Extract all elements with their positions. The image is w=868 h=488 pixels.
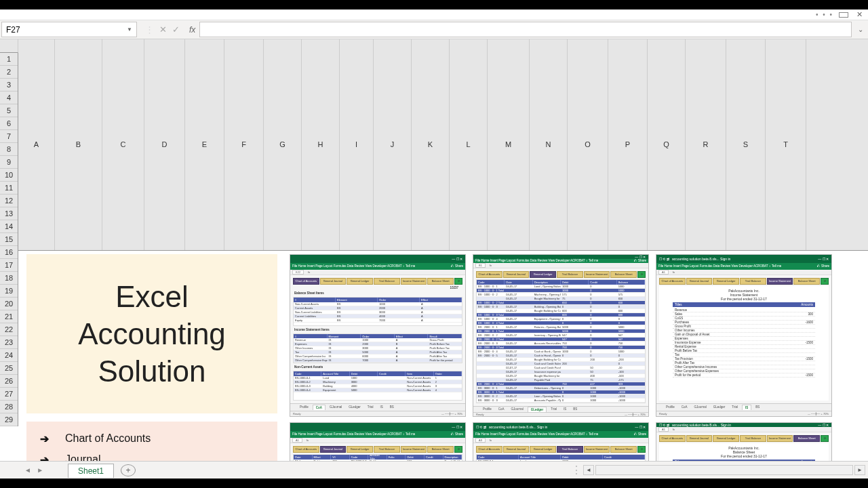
row-header[interactable]: 6: [0, 117, 18, 130]
row-header[interactable]: 21: [0, 310, 18, 323]
thumbnail-grid: — ☐ ✕File Home Insert Page Layout Formul…: [290, 254, 854, 462]
row-header[interactable]: 19: [0, 285, 18, 298]
row-header[interactable]: 3: [0, 79, 18, 92]
row-header[interactable]: 7: [0, 130, 18, 143]
chevron-down-icon[interactable]: ▼: [127, 26, 132, 33]
row-header[interactable]: 2: [0, 66, 18, 79]
col-header[interactable]: P: [608, 39, 648, 250]
col-header[interactable]: D: [144, 39, 185, 250]
row-header[interactable]: 10: [0, 169, 18, 182]
row-header[interactable]: 18: [0, 272, 18, 285]
col-header[interactable]: F: [224, 39, 264, 250]
thumbnail-income-statement: ☐ ⟲ ⇄ accounting solution beta 8.xls... …: [656, 254, 832, 417]
col-header[interactable]: O: [568, 39, 608, 250]
feature-label: Chart of Accounts: [65, 432, 151, 445]
thumbnail-ledger: — ☐ ✕File Home Insert Page Layout Formul…: [473, 254, 649, 417]
col-header[interactable]: B: [55, 39, 102, 250]
row-header[interactable]: 5: [0, 104, 18, 117]
more-icon[interactable]: • • •: [816, 11, 833, 18]
col-header[interactable]: L: [450, 39, 488, 250]
sheet-nav[interactable]: ◄ ►: [0, 466, 68, 474]
feature-item: ➔Journal: [40, 449, 264, 462]
thumbnail-trial-balance: ☐ ⟲ ⇄ accounting solution beta 8.xls... …: [473, 422, 649, 462]
thumbnail-balance-sheet: ☐ ⟲ ⇄ accounting solution beta B.xls... …: [656, 422, 832, 462]
cancel-icon[interactable]: ✕: [159, 24, 167, 35]
col-header[interactable]: K: [412, 39, 450, 250]
row-header[interactable]: 25: [0, 362, 18, 375]
close-icon[interactable]: ✕: [854, 10, 865, 19]
row-header[interactable]: 1: [0, 53, 18, 66]
col-header[interactable]: T: [766, 39, 806, 250]
row-header[interactable]: 23: [0, 336, 18, 349]
enter-icon[interactable]: ✓: [172, 24, 180, 35]
feature-list: ➔Chart of Accounts➔Journal➔Ledger➔Trial …: [26, 422, 277, 462]
worksheet-cells[interactable]: Excel Accounting Solution ➔Chart of Acco…: [18, 251, 868, 462]
feature-item: ➔Chart of Accounts: [40, 428, 264, 449]
col-header[interactable]: I: [340, 39, 374, 250]
formula-input[interactable]: [199, 22, 852, 37]
row-header[interactable]: 12: [0, 195, 18, 207]
row-header[interactable]: 28: [0, 401, 18, 413]
row-header[interactable]: 15: [0, 233, 18, 246]
expand-formula-icon[interactable]: ⌄: [853, 20, 868, 39]
column-headers[interactable]: ABCDEFGHIJKLMNOPQRST: [18, 39, 868, 251]
row-header[interactable]: 24: [0, 349, 18, 362]
row-header[interactable]: 11: [0, 182, 18, 195]
formula-bar: F27 ▼ ⋮ ✕ ✓ fx ⌄: [0, 20, 868, 39]
col-header[interactable]: J: [374, 39, 412, 250]
row-header[interactable]: 17: [0, 259, 18, 272]
horizontal-scrollbar[interactable]: ⋮ ◄ ►: [136, 464, 868, 476]
thumbnail-coa: — ☐ ✕File Home Insert Page Layout Formul…: [290, 254, 466, 417]
fx-label[interactable]: fx: [186, 20, 198, 39]
row-header[interactable]: 26: [0, 375, 18, 388]
scroll-track[interactable]: [595, 465, 853, 475]
name-box[interactable]: F27 ▼: [1, 22, 137, 37]
page-title: Excel Accounting Solution: [78, 278, 226, 390]
col-header[interactable]: E: [185, 39, 224, 250]
excel-window: • • • ✕ F27 ▼ ⋮ ✕ ✓ fx ⌄ 123456789101112…: [0, 9, 868, 479]
col-header[interactable]: C: [102, 39, 144, 250]
formula-buttons: ⋮ ✕ ✓: [138, 20, 186, 39]
select-all-corner[interactable]: [0, 39, 18, 53]
col-header[interactable]: S: [726, 39, 766, 250]
scroll-left-button[interactable]: ◄: [583, 465, 594, 475]
row-headers[interactable]: 1234567891011121314151617181920212223242…: [0, 53, 18, 426]
sheet-tab-bar: ◄ ► Sheet1 + ⋮ ◄ ►: [0, 461, 868, 479]
row-header[interactable]: 4: [0, 92, 18, 104]
row-header[interactable]: 27: [0, 388, 18, 401]
arrow-right-icon: ➔: [40, 432, 49, 445]
row-header[interactable]: 13: [0, 207, 18, 220]
row-header[interactable]: 29: [0, 413, 18, 426]
col-header[interactable]: N: [530, 39, 568, 250]
thumbnail-journal: — ☐ ✕File Home Insert Page Layout Formul…: [290, 422, 466, 462]
row-header[interactable]: 8: [0, 143, 18, 156]
ribbon-display-icon[interactable]: [839, 12, 848, 18]
grid-area: 1234567891011121314151617181920212223242…: [0, 39, 868, 461]
new-sheet-button[interactable]: +: [121, 464, 136, 476]
title-bar: • • • ✕: [0, 9, 868, 20]
row-header[interactable]: 20: [0, 298, 18, 310]
col-header[interactable]: G: [264, 39, 302, 250]
col-header[interactable]: Q: [648, 39, 686, 250]
title-card: Excel Accounting Solution: [26, 254, 277, 413]
row-header[interactable]: 22: [0, 323, 18, 336]
col-header[interactable]: A: [18, 39, 55, 250]
col-header[interactable]: R: [686, 39, 726, 250]
row-header[interactable]: 16: [0, 246, 18, 259]
scroll-right-button[interactable]: ►: [854, 465, 865, 475]
row-header[interactable]: 9: [0, 156, 18, 169]
col-header[interactable]: H: [302, 39, 340, 250]
row-header[interactable]: 14: [0, 220, 18, 233]
arrow-right-icon: ➔: [40, 453, 49, 462]
col-header[interactable]: M: [488, 39, 530, 250]
feature-label: Journal: [65, 453, 100, 461]
sheet-tab-active[interactable]: Sheet1: [68, 464, 114, 478]
name-box-value: F27: [6, 25, 20, 35]
